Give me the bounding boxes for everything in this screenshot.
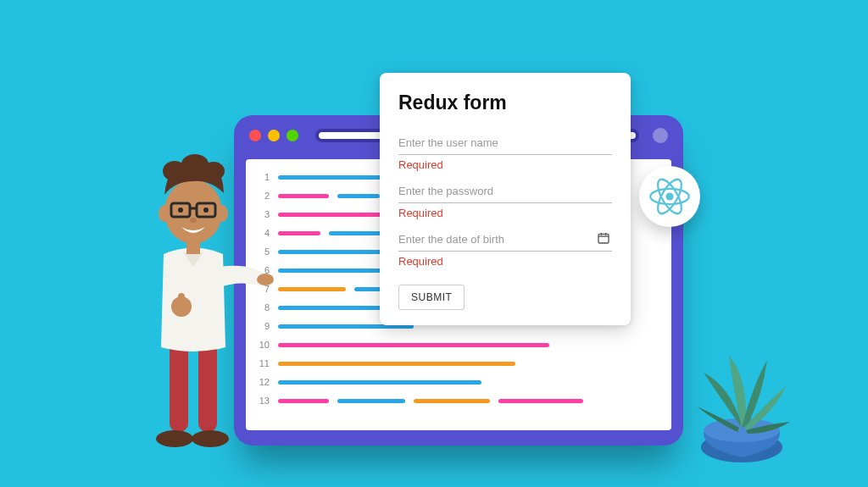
svg-point-10 — [156, 430, 193, 447]
code-segment — [278, 399, 329, 403]
svg-rect-14 — [178, 293, 185, 307]
window-minimize-icon[interactable] — [268, 130, 280, 141]
svg-point-25 — [178, 208, 183, 213]
calendar-icon[interactable] — [597, 231, 610, 248]
plant-illustration — [687, 339, 797, 466]
svg-rect-8 — [170, 339, 188, 432]
redux-form-card: Redux form Required Required Required SU… — [380, 73, 631, 325]
password-input[interactable] — [398, 180, 612, 203]
svg-point-16 — [164, 180, 222, 244]
password-error: Required — [398, 207, 612, 219]
character-illustration — [125, 144, 278, 457]
code-segment — [278, 231, 320, 235]
username-field-wrapper: Required — [398, 131, 612, 171]
form-title: Redux form — [398, 91, 612, 114]
svg-rect-9 — [198, 339, 217, 432]
code-segment — [278, 213, 397, 217]
react-logo-badge — [639, 166, 700, 227]
window-close-icon[interactable] — [249, 130, 261, 141]
svg-point-12 — [257, 274, 274, 285]
code-line: 12 — [254, 373, 659, 391]
username-error: Required — [398, 158, 612, 171]
window-maximize-icon[interactable] — [287, 130, 298, 141]
dob-error: Required — [398, 255, 612, 268]
svg-point-21 — [203, 162, 225, 180]
svg-point-11 — [192, 430, 229, 447]
submit-button[interactable]: SUBMIT — [398, 285, 465, 310]
code-segment — [414, 399, 490, 403]
react-icon — [648, 175, 691, 218]
svg-point-17 — [159, 205, 170, 222]
svg-point-27 — [190, 218, 197, 223]
code-segment — [337, 399, 405, 403]
code-line: 11 — [254, 354, 659, 373]
password-field-wrapper: Required — [398, 180, 612, 219]
svg-point-18 — [216, 205, 228, 222]
code-line: 10 — [254, 335, 659, 354]
menu-icon[interactable] — [653, 128, 668, 143]
svg-point-26 — [203, 208, 209, 213]
code-segment — [278, 194, 329, 198]
dob-input[interactable] — [398, 228, 612, 252]
username-input[interactable] — [398, 131, 612, 155]
code-segment — [278, 380, 481, 385]
code-segment — [278, 343, 549, 347]
code-line: 13 — [254, 391, 659, 410]
code-segment — [278, 362, 515, 366]
dob-field-wrapper: Required — [398, 228, 612, 268]
code-segment — [337, 194, 380, 198]
code-segment — [498, 399, 583, 403]
svg-point-4 — [665, 192, 673, 200]
svg-rect-0 — [598, 234, 609, 243]
code-segment — [278, 287, 346, 291]
